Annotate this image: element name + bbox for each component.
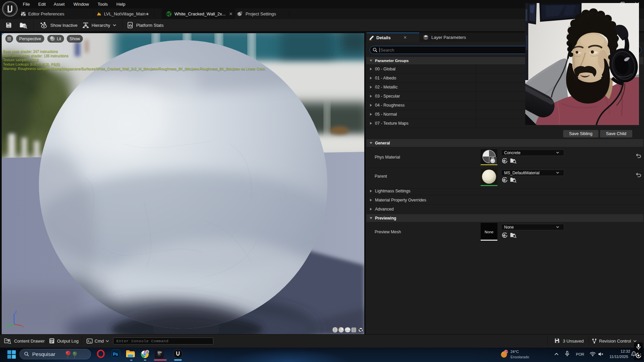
svg-text:EPIC: EPIC (158, 351, 162, 353)
svg-text:Ps: Ps (113, 352, 118, 357)
svg-text:Z: Z (15, 310, 17, 314)
svg-text:*: * (558, 341, 559, 344)
svg-text:Y: Y (5, 323, 8, 327)
svg-text:x: x (22, 325, 24, 328)
